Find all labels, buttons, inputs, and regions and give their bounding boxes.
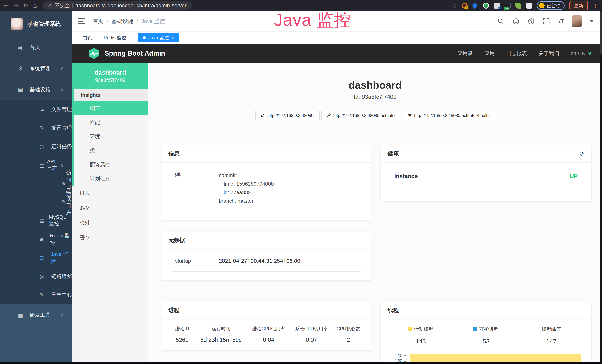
sidebar-item-infra[interactable]: ▣ 基础设施 ∧ [0, 79, 72, 100]
sba-item-classes[interactable]: 类 [74, 143, 148, 158]
breadcrumb-current: Java 监控 [141, 18, 165, 25]
sba-item-config-props[interactable]: 配置属性 [74, 158, 148, 172]
close-icon[interactable]: × [129, 35, 131, 40]
tab-redis-monitor[interactable]: Redis 监控 × [99, 33, 136, 43]
browser-home-icon[interactable]: ⌂ [33, 0, 37, 11]
browser-forward-icon[interactable]: → [13, 0, 19, 11]
threads-legend: 活动线程 守护进程 线程峰值 [388, 326, 584, 332]
health-instance-label[interactable]: Instance [394, 173, 418, 180]
sba-instance-header[interactable]: dashboard 93a3fc7f7409 [72, 63, 148, 89]
sidebar-item-label: API 日志 [47, 159, 60, 171]
extension-switch-icon[interactable]: on [505, 3, 511, 9]
sba-nav-journal[interactable]: 日志报表 [506, 50, 527, 57]
sba-item-scheduled-tasks[interactable]: 计划任务 [74, 172, 148, 186]
fullscreen-icon[interactable] [543, 18, 550, 25]
sidebar-item-java-monitor[interactable]: ⊡ Java 监控 [0, 248, 72, 267]
profile-paused-pill[interactable]: 已暂停 [537, 1, 565, 10]
browser-menu-icon[interactable]: ⋮ [593, 2, 598, 9]
extension-badge: 1 [465, 6, 468, 9]
breadcrumb-infra[interactable]: 基础设施 [112, 18, 133, 25]
sidebar-submenu-infra: ☁ 文件管理 ✎ 配置管理 ◷ 定时任务 ▤ API 日志 ∧ ✎ 访问日志 ✎ [0, 100, 72, 304]
close-icon[interactable]: × [171, 35, 174, 40]
sba-item-details[interactable]: 细节 [74, 101, 148, 115]
sidebar-item-label: 链路追踪 [51, 273, 72, 280]
peak-threads-value: 147 [519, 338, 584, 345]
process-card-title: 进程 [168, 307, 180, 314]
user-avatar[interactable] [572, 15, 582, 27]
sba-item-mappings[interactable]: 映射 [72, 215, 148, 230]
sidebar-item-mysql-monitor[interactable]: ▤ MySQL 监控 [0, 211, 72, 230]
url-divider [73, 3, 73, 8]
sidebar-item-home[interactable]: ◉ 首页 [0, 37, 72, 58]
sba-nav-about[interactable]: 关于我们 [538, 50, 559, 57]
sidebar-item-access-log[interactable]: ✎ 访问日志 [0, 174, 72, 193]
sidebar-item-trace[interactable]: ◎ 链路追踪 [0, 267, 72, 286]
tab-java-monitor[interactable]: Java 监控 × [138, 33, 179, 43]
browser-reload-icon[interactable]: ↻ [23, 0, 28, 11]
browser-back-icon[interactable]: ← [4, 0, 9, 11]
sba-nav-applications[interactable]: 应用 [484, 50, 495, 57]
window-scrollbar[interactable] [600, 11, 602, 364]
sidebar-item-label: 错误日志 [66, 188, 72, 216]
extension-colorzilla-icon[interactable]: 1 [462, 3, 468, 9]
sidebar-item-file-manage[interactable]: ☁ 文件管理 [0, 100, 72, 119]
sba-nav-wallboard[interactable]: 应用墙 [457, 50, 473, 57]
breadcrumb-home[interactable]: 首页 [93, 18, 103, 25]
info-row-label: git [172, 171, 219, 205]
wrench-icon [326, 113, 331, 118]
search-icon[interactable] [497, 18, 504, 25]
github-icon[interactable] [512, 18, 519, 25]
sidebar-item-config-manage[interactable]: ✎ 配置管理 [0, 119, 72, 137]
address-bar[interactable]: ⚠ 不安全 dashboard.yudao.iocoder.cn/infra/a… [43, 1, 192, 10]
extension-pin-icon[interactable] [473, 3, 478, 9]
font-size-icon[interactable]: TT [558, 18, 564, 24]
help-icon[interactable] [528, 18, 535, 25]
browser-update-button[interactable]: 更新 [569, 1, 588, 11]
sba-brand-title[interactable]: Spring Boot Admin [105, 50, 165, 57]
scrollbar-thumb[interactable] [600, 12, 602, 54]
spring-boot-admin-logo-icon [88, 47, 100, 59]
service-url-button[interactable]: http://192.168.0.2:48080/ [256, 111, 320, 120]
profile-avatar-emoji [539, 3, 545, 8]
sba-item-logs[interactable]: 日志 [72, 186, 148, 201]
chevron-up-icon: ∧ [60, 87, 64, 92]
sidebar-item-error-log[interactable]: ✎ 错误日志 [0, 193, 72, 211]
sidebar-item-scheduled-jobs[interactable]: ◷ 定时任务 [0, 137, 72, 156]
history-icon[interactable]: ↺ [579, 150, 585, 157]
sidebar-item-redis-monitor[interactable]: ≋ Redis 监控 [0, 230, 72, 248]
info-card-title: 信息 [168, 150, 180, 157]
health-url-button[interactable]: ♥ http://192.168.0.2:48080/actuator/heal… [403, 111, 495, 120]
app-title: 芋道管理系统 [27, 20, 61, 28]
sba-item-caches[interactable]: 缓存 [72, 230, 148, 245]
live-threads-value: 143 [388, 338, 453, 345]
actuator-url-button[interactable]: http://192.168.0.2:48080/actuator [322, 111, 401, 120]
user-menu-caret-icon[interactable] [590, 20, 593, 22]
sidebar-item-dev-tools[interactable]: ▣ 研发工具 ∨ [0, 304, 72, 326]
sidebar-collapse-icon[interactable] [78, 18, 85, 24]
breadcrumb-separator: / [107, 18, 108, 24]
extension-grid-icon[interactable] [494, 3, 500, 9]
extension-leaf-icon[interactable] [516, 3, 521, 9]
extensions-puzzle-icon[interactable] [526, 3, 532, 9]
legend-live-threads: 活动线程 [388, 326, 453, 332]
chevron-up-icon: ∧ [60, 162, 64, 168]
sba-item-environment[interactable]: 环境 [74, 129, 148, 143]
sidebar-item-log-center[interactable]: ✎ 日志中心 [0, 286, 72, 304]
sba-language-select[interactable]: zh-CN ∨ [571, 50, 592, 56]
sidebar-item-api-log[interactable]: ▤ API 日志 ∧ [0, 156, 72, 174]
legend-peak-threads: 线程峰值 [519, 326, 584, 332]
doc-edit-icon: ✎ [39, 292, 51, 298]
metadata-row-value: 2021-04-27T00:44:31.254+08:00 [219, 258, 300, 264]
active-tab-dot [143, 36, 146, 39]
bookmark-star-icon[interactable]: ☆ [452, 2, 457, 9]
health-card: 健康 ↺ Instance UP [381, 145, 591, 201]
chevron-down-icon: ∨ [60, 312, 64, 318]
sba-main-panel: dashboard Id: 93a3fc7f7409 http://192.16… [148, 63, 602, 364]
tab-home[interactable]: 首页 [78, 33, 97, 43]
sidebar-item-label: Redis 监控 [50, 232, 72, 246]
sba-item-jvm[interactable]: JVM [72, 201, 148, 215]
sidebar-item-system[interactable]: ⚙ 系统管理 ∨ [0, 58, 72, 79]
app-logo-row[interactable]: 芋道管理系统 [0, 11, 72, 37]
extension-green-icon[interactable] [483, 3, 489, 9]
sba-item-metrics[interactable]: 性能 [74, 115, 148, 129]
